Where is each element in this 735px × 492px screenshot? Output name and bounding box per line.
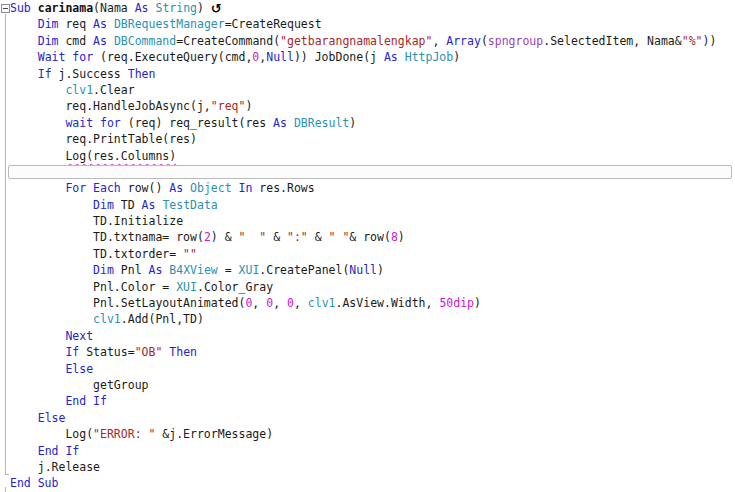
code-line: TD.txtnama= row(2) & " " & ":" & " "& ro…	[10, 229, 735, 245]
code-line: End Sub	[10, 475, 735, 491]
code-line: Wait for (req.ExecuteQuery(cmd,0,Null)) …	[10, 49, 735, 65]
code-line: Dim Pnl As B4XView = XUI.CreatePanel(Nul…	[10, 262, 735, 278]
code-line: req.HandleJobAsync(j,"req")	[10, 98, 735, 114]
code-line: Else	[10, 361, 735, 377]
code-line: wait for (req) req_result(res As DBResul…	[10, 115, 735, 131]
code-editor[interactable]: Sub carinama(Nama As String) ↺ Dim req A…	[0, 0, 735, 492]
code-line: End If	[10, 393, 735, 409]
code-line: If j.Success Then	[10, 66, 735, 82]
code-line: Log("ERROR: " &j.ErrorMessage)	[10, 426, 735, 442]
code-line: Log(res.Columns)	[10, 148, 735, 164]
code-line: TD.txtorder= ""	[10, 246, 735, 262]
code-line: clv1.Clear	[10, 82, 735, 98]
code-area[interactable]: Sub carinama(Nama As String) ↺ Dim req A…	[10, 0, 735, 492]
code-line: End If	[10, 443, 735, 459]
code-line: Pnl.SetLayoutAnimated(0, 0, 0, clv1.AsVi…	[10, 295, 735, 311]
code-line	[10, 164, 735, 180]
fold-guide-line	[5, 14, 6, 474]
code-line: Pnl.Color = XUI.Color_Gray	[10, 279, 735, 295]
code-line: Dim cmd As DBCommand=CreateCommand("getb…	[10, 33, 735, 49]
code-line: Dim TD As TestData	[10, 197, 735, 213]
current-line-highlight	[8, 165, 732, 179]
code-line: Sub carinama(Nama As String) ↺	[10, 0, 735, 16]
code-line: getGroup	[10, 377, 735, 393]
fold-collapse-icon[interactable]	[1, 4, 10, 13]
code-line: For Each row() As Object In res.Rows	[10, 180, 735, 196]
resumable-sub-icon: ↺	[211, 1, 222, 16]
code-line: Else	[10, 410, 735, 426]
code-line: Dim req As DBRequestManager=CreateReques…	[10, 16, 735, 32]
code-line: clv1.Add(Pnl,TD)	[10, 311, 735, 327]
code-line: If Status="OB" Then	[10, 344, 735, 360]
code-line: Next	[10, 328, 735, 344]
code-line: j.Release	[10, 459, 735, 475]
fold-guide-next-stub	[5, 487, 6, 492]
code-line: TD.Initialize	[10, 213, 735, 229]
fold-guide-end-tick	[5, 474, 9, 475]
code-line: req.PrintTable(res)	[10, 131, 735, 147]
warning-wavy-underline: Log(res.Columns)	[65, 149, 176, 163]
